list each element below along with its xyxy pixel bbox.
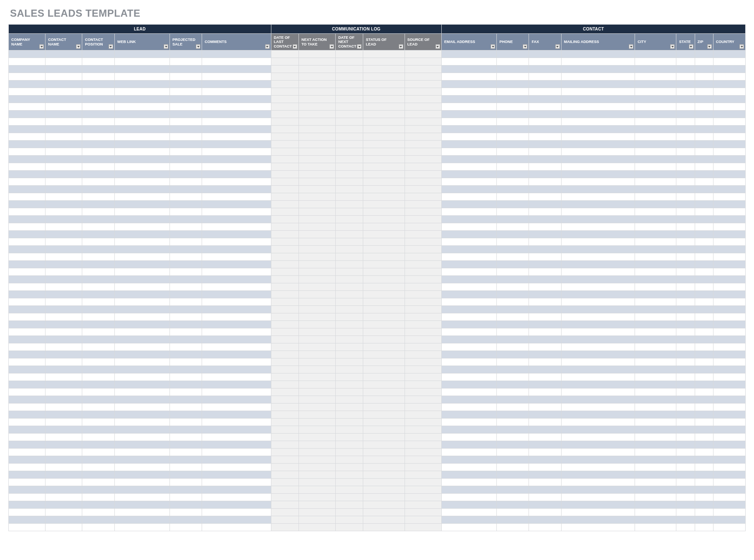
cell[interactable] — [202, 103, 271, 111]
cell[interactable] — [441, 103, 496, 111]
cell[interactable] — [336, 388, 363, 396]
cell[interactable] — [202, 133, 271, 141]
cell[interactable] — [271, 449, 299, 456]
cell[interactable] — [114, 126, 170, 133]
cell[interactable] — [497, 426, 529, 434]
cell[interactable] — [635, 426, 676, 434]
cell[interactable] — [676, 171, 695, 178]
cell[interactable] — [271, 156, 299, 163]
cell[interactable] — [405, 464, 441, 471]
cell[interactable] — [299, 96, 335, 103]
cell[interactable] — [635, 118, 676, 126]
cell[interactable] — [82, 411, 114, 419]
cell[interactable] — [170, 404, 202, 411]
cell[interactable] — [676, 373, 695, 381]
cell[interactable] — [529, 321, 561, 328]
cell[interactable] — [405, 486, 441, 494]
cell[interactable] — [114, 58, 170, 66]
cell[interactable] — [676, 441, 695, 449]
cell[interactable] — [561, 283, 635, 291]
cell[interactable] — [9, 201, 46, 208]
cell[interactable] — [299, 178, 335, 186]
cell[interactable] — [635, 328, 676, 336]
cell[interactable] — [363, 449, 405, 456]
cell[interactable] — [9, 456, 46, 464]
cell[interactable] — [170, 419, 202, 426]
cell[interactable] — [363, 66, 405, 73]
cell[interactable] — [202, 276, 271, 283]
cell[interactable] — [441, 516, 496, 524]
cell[interactable] — [170, 81, 202, 88]
col-company-name[interactable]: COMPANY NAME — [9, 34, 46, 50]
cell[interactable] — [336, 253, 363, 261]
cell[interactable] — [441, 524, 496, 531]
cell[interactable] — [46, 126, 82, 133]
table-row[interactable] — [9, 178, 746, 186]
cell[interactable] — [299, 261, 335, 268]
cell[interactable] — [713, 163, 745, 171]
cell[interactable] — [114, 373, 170, 381]
cell[interactable] — [441, 464, 496, 471]
cell[interactable] — [46, 50, 82, 58]
table-row[interactable] — [9, 313, 746, 321]
cell[interactable] — [497, 291, 529, 298]
cell[interactable] — [713, 103, 745, 111]
cell[interactable] — [202, 178, 271, 186]
cell[interactable] — [170, 373, 202, 381]
cell[interactable] — [336, 456, 363, 464]
cell[interactable] — [497, 156, 529, 163]
cell[interactable] — [271, 141, 299, 148]
cell[interactable] — [82, 328, 114, 336]
cell[interactable] — [695, 223, 713, 231]
cell[interactable] — [46, 231, 82, 238]
cell[interactable] — [202, 471, 271, 479]
cell[interactable] — [170, 163, 202, 171]
cell[interactable] — [676, 186, 695, 193]
cell[interactable] — [441, 291, 496, 298]
cell[interactable] — [9, 313, 46, 321]
cell[interactable] — [713, 156, 745, 163]
cell[interactable] — [713, 298, 745, 306]
cell[interactable] — [82, 283, 114, 291]
cell[interactable] — [9, 261, 46, 268]
cell[interactable] — [9, 388, 46, 396]
cell[interactable] — [441, 73, 496, 81]
cell[interactable] — [202, 434, 271, 441]
cell[interactable] — [561, 253, 635, 261]
cell[interactable] — [713, 486, 745, 494]
cell[interactable] — [695, 388, 713, 396]
cell[interactable] — [170, 50, 202, 58]
cell[interactable] — [271, 186, 299, 193]
cell[interactable] — [336, 50, 363, 58]
cell[interactable] — [46, 73, 82, 81]
cell[interactable] — [9, 291, 46, 298]
cell[interactable] — [202, 404, 271, 411]
cell[interactable] — [336, 283, 363, 291]
cell[interactable] — [82, 351, 114, 358]
table-row[interactable] — [9, 449, 746, 456]
cell[interactable] — [529, 479, 561, 486]
cell[interactable] — [561, 223, 635, 231]
cell[interactable] — [363, 208, 405, 216]
cell[interactable] — [9, 366, 46, 373]
cell[interactable] — [713, 464, 745, 471]
cell[interactable] — [405, 419, 441, 426]
cell[interactable] — [561, 103, 635, 111]
cell[interactable] — [363, 186, 405, 193]
cell[interactable] — [497, 381, 529, 388]
cell[interactable] — [695, 178, 713, 186]
cell[interactable] — [363, 313, 405, 321]
cell[interactable] — [695, 141, 713, 148]
cell[interactable] — [363, 88, 405, 96]
cell[interactable] — [46, 441, 82, 449]
cell[interactable] — [336, 223, 363, 231]
cell[interactable] — [336, 238, 363, 246]
cell[interactable] — [363, 388, 405, 396]
cell[interactable] — [82, 298, 114, 306]
cell[interactable] — [441, 381, 496, 388]
cell[interactable] — [561, 216, 635, 223]
table-row[interactable] — [9, 486, 746, 494]
cell[interactable] — [635, 291, 676, 298]
cell[interactable] — [363, 351, 405, 358]
cell[interactable] — [441, 253, 496, 261]
